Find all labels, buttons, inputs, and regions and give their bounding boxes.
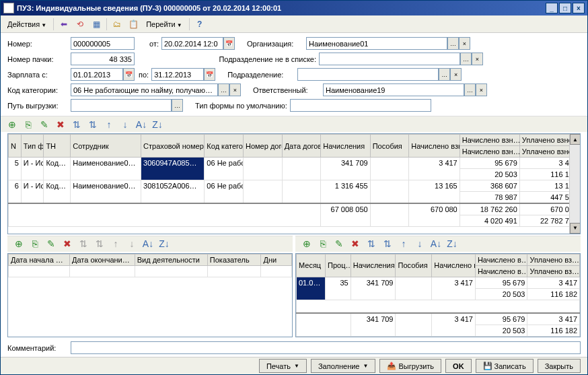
comment-field[interactable] <box>71 341 581 354</box>
window-list-button[interactable]: ▦ <box>89 17 104 32</box>
g2-za-icon[interactable]: Z↓ <box>157 236 172 251</box>
number-field[interactable] <box>71 37 135 50</box>
salary-to-field[interactable] <box>151 68 204 81</box>
g3-edit-icon[interactable]: ✎ <box>332 236 346 251</box>
cat-select-button[interactable]: … <box>218 83 229 96</box>
g2-sort1-icon[interactable]: ⇅ <box>76 236 91 251</box>
sort2-icon[interactable]: ⇅ <box>85 117 100 132</box>
subdiv-notin-field[interactable] <box>319 53 460 65</box>
g3-copy-icon[interactable]: ⎘ <box>316 236 330 251</box>
col-ins[interactable]: Страховой номер <box>141 135 205 158</box>
ok-button[interactable]: OK <box>445 359 472 373</box>
org-field[interactable] <box>306 37 447 50</box>
g2-az-icon[interactable]: A↓ <box>141 236 155 251</box>
close-button[interactable]: × <box>573 3 585 13</box>
cat-field[interactable] <box>71 83 218 96</box>
minimize-button[interactable]: _ <box>546 3 558 13</box>
g3-sort1-icon[interactable]: ⇅ <box>364 236 379 251</box>
table-row[interactable]: 01.0…35341 7093 41795 6793 417 <box>297 277 580 288</box>
g2-col4[interactable]: Показатель <box>207 254 261 265</box>
salary-from-picker[interactable]: 📅 <box>123 68 135 81</box>
g3-col1[interactable]: Месяц <box>297 254 326 277</box>
col-nachv[interactable]: Начислено взносов … <box>409 135 460 158</box>
col-pos[interactable]: Пособия <box>370 135 409 158</box>
subdiv-clear-button[interactable]: × <box>450 68 462 81</box>
col-n[interactable]: N <box>9 135 22 158</box>
hierarchy-button[interactable]: 🗂 <box>110 17 124 32</box>
table-row[interactable] <box>297 300 580 313</box>
menu-actions[interactable]: Действия▼ <box>3 19 50 30</box>
g3-delete-icon[interactable]: ✖ <box>348 236 363 251</box>
org-select-button[interactable]: … <box>447 37 459 50</box>
col-type[interactable]: Тип фо… <box>21 135 44 158</box>
fill-button[interactable]: Заполнение▼ <box>311 359 375 373</box>
g2-delete-icon[interactable]: ✖ <box>60 236 75 251</box>
print-button[interactable]: Печать▼ <box>259 359 307 373</box>
add-row-icon[interactable]: ⊕ <box>5 117 20 132</box>
sort-za-icon[interactable]: Z↓ <box>150 117 165 132</box>
close-footer-button[interactable]: Закрыть <box>538 359 581 373</box>
g3-add-icon[interactable]: ⊕ <box>299 236 314 251</box>
cat-clear-button[interactable]: × <box>229 83 241 96</box>
col-v1[interactable]: Начислено взн… <box>460 135 519 146</box>
g3-col6b[interactable]: Начислено в… <box>475 265 527 277</box>
path-field[interactable] <box>71 99 172 112</box>
menu-go[interactable]: Перейти▼ <box>142 19 186 30</box>
subdiv-select-button[interactable]: … <box>439 68 450 81</box>
periods-grid[interactable]: Дата начала … Дата окончани… Вид деятель… <box>7 253 293 338</box>
save-button[interactable]: 💾Записать <box>476 359 534 373</box>
subdiv-field[interactable] <box>297 68 439 81</box>
col-date[interactable]: Дата договора <box>282 135 321 158</box>
g2-sort2-icon[interactable]: ⇅ <box>92 236 107 251</box>
scroll-down-icon[interactable]: ▼ <box>570 223 581 234</box>
subdiv-notin-clear-button[interactable]: × <box>472 53 483 65</box>
g3-sort2-icon[interactable]: ⇅ <box>380 236 395 251</box>
g2-down-icon[interactable]: ↓ <box>124 236 139 251</box>
back-button[interactable]: ⬅ <box>57 17 71 32</box>
g3-col6[interactable]: Начислено в… <box>475 254 527 265</box>
g3-col4[interactable]: Пособия <box>396 254 432 277</box>
subdiv-notin-select-button[interactable]: … <box>460 53 472 65</box>
g2-up-icon[interactable]: ↑ <box>108 236 123 251</box>
move-down-icon[interactable]: ↓ <box>118 117 133 132</box>
g3-col3[interactable]: Начисления <box>351 254 396 277</box>
table-row[interactable]: 5И - Ис…Код…Наименование0…3060947A085…06… <box>9 158 580 169</box>
copy-row-icon[interactable]: ⎘ <box>21 117 36 132</box>
g3-col2[interactable]: Проц… <box>326 254 351 277</box>
table-row[interactable] <box>9 265 292 277</box>
g3-col7[interactable]: Уплачено вз… <box>527 254 580 265</box>
scrollbar[interactable]: ▲ ▼ <box>569 134 580 234</box>
date-field[interactable] <box>161 37 223 50</box>
move-up-icon[interactable]: ↑ <box>102 117 116 132</box>
resp-select-button[interactable]: … <box>464 83 476 96</box>
resp-clear-button[interactable]: × <box>476 83 487 96</box>
employees-grid[interactable]: N Тип фо… ТН Сотрудник Страховой номер К… <box>7 133 581 234</box>
g3-col5[interactable]: Начислено взносов … <box>432 254 476 277</box>
g2-col2[interactable]: Дата окончани… <box>70 254 135 265</box>
scroll-up-icon[interactable]: ▲ <box>570 134 581 145</box>
help-button[interactable]: ? <box>192 17 207 32</box>
col-cat[interactable]: Код катего… <box>205 135 244 158</box>
upload-button[interactable]: 📤Выгрузить <box>379 359 441 373</box>
col-v1b[interactable]: Начислено взн… <box>460 146 519 158</box>
g2-edit-icon[interactable]: ✎ <box>44 236 59 251</box>
g2-add-icon[interactable]: ⊕ <box>11 236 26 251</box>
col-nach[interactable]: Начисления <box>321 135 370 158</box>
resp-field[interactable] <box>323 83 464 96</box>
g3-az-icon[interactable]: A↓ <box>429 236 443 251</box>
col-dog[interactable]: Номер договора <box>244 135 283 158</box>
pack-field[interactable] <box>71 53 135 65</box>
g2-col5[interactable]: Дни <box>261 254 292 265</box>
g2-col3[interactable]: Вид деятельности <box>135 254 207 265</box>
sort1-icon[interactable]: ⇅ <box>69 117 84 132</box>
refresh-button[interactable]: ⟲ <box>73 17 87 32</box>
edit-row-icon[interactable]: ✎ <box>37 117 52 132</box>
path-select-button[interactable]: … <box>172 99 183 112</box>
org-clear-button[interactable]: × <box>459 37 470 50</box>
maximize-button[interactable]: □ <box>559 3 571 13</box>
salary-to-picker[interactable]: 📅 <box>204 68 215 81</box>
g3-za-icon[interactable]: Z↓ <box>445 236 460 251</box>
delete-row-icon[interactable]: ✖ <box>53 117 68 132</box>
g3-down-icon[interactable]: ↓ <box>412 236 427 251</box>
tree-button[interactable]: 📋 <box>126 17 141 32</box>
